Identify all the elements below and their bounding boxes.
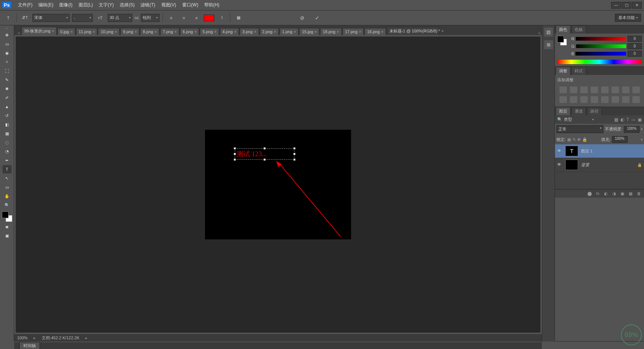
font-size-dropdown[interactable]: 30 点▾: [108, 14, 132, 22]
brush-tool[interactable]: ✐: [3, 94, 12, 102]
character-panel-icon[interactable]: ▦: [233, 13, 244, 23]
font-style-dropdown[interactable]: -▾: [72, 14, 93, 22]
foreground-background-colors[interactable]: [2, 211, 12, 222]
close-icon[interactable]: ×: [155, 30, 157, 34]
toolbox-collapse-icon[interactable]: «: [6, 27, 7, 30]
menu-select[interactable]: 选择(S): [117, 2, 138, 8]
doc-tab[interactable]: 7.png×: [160, 28, 179, 35]
close-icon[interactable]: ×: [442, 29, 444, 33]
delete-layer-icon[interactable]: 🗑: [636, 191, 642, 196]
pen-tool[interactable]: ✒: [3, 156, 12, 164]
tab-channels[interactable]: 通道: [571, 107, 586, 115]
doc-tab[interactable]: 1.png×: [280, 28, 299, 35]
mask-icon[interactable]: ◐: [603, 191, 609, 196]
antialias-dropdown[interactable]: 锐利▾: [141, 14, 160, 22]
visibility-toggle-icon[interactable]: 👁: [557, 162, 562, 167]
opacity-dropdown-icon[interactable]: ▾: [641, 128, 643, 131]
invert-icon[interactable]: [591, 96, 598, 103]
close-icon[interactable]: ×: [214, 30, 217, 34]
status-menu-icon[interactable]: ▸: [85, 336, 88, 340]
selectivecolor-icon[interactable]: [632, 96, 640, 103]
doc-tab-active[interactable]: 未标题-1 @ 100%(RGB/8) *×: [387, 27, 439, 35]
brightness-icon[interactable]: [559, 87, 567, 93]
eraser-tool[interactable]: ◧: [3, 120, 12, 129]
menu-view[interactable]: 视图(V): [158, 2, 179, 8]
doc-tab[interactable]: 2.png×: [260, 28, 279, 35]
filter-smart-icon[interactable]: ▣: [638, 117, 642, 122]
tab-paths[interactable]: 路径: [587, 107, 602, 115]
lasso-tool[interactable]: ◉: [3, 49, 12, 57]
layer-name[interactable]: 背景: [581, 162, 589, 168]
doc-tab[interactable]: 10.png×: [98, 28, 120, 35]
filter-shape-icon[interactable]: ▭: [631, 117, 635, 122]
tab-swatches[interactable]: 色板: [571, 25, 586, 34]
layer-name[interactable]: 图层 1: [581, 148, 593, 154]
hue-icon[interactable]: [612, 87, 619, 93]
close-icon[interactable]: ×: [381, 30, 383, 34]
close-icon[interactable]: ×: [115, 30, 117, 34]
magic-wand-tool[interactable]: ✧: [3, 58, 12, 66]
menu-help[interactable]: 帮助(H): [201, 2, 222, 8]
workspace-switcher[interactable]: 基本功能▾: [615, 14, 641, 22]
quickmask-toggle[interactable]: ◙: [3, 223, 12, 231]
screenmode-toggle[interactable]: ▣: [3, 232, 12, 240]
close-icon[interactable]: ×: [359, 30, 361, 34]
transform-handle[interactable]: [234, 147, 236, 150]
window-minimize-button[interactable]: —: [611, 2, 621, 9]
vibrance-icon[interactable]: [601, 87, 609, 93]
doc-tab[interactable]: 9.png×: [120, 28, 139, 35]
align-left-icon[interactable]: ≡: [166, 13, 176, 23]
menu-filter[interactable]: 滤镜(T): [138, 2, 158, 8]
tab-styles[interactable]: 样式: [571, 67, 586, 75]
filter-kind-label[interactable]: 类型: [564, 117, 572, 122]
healing-brush-tool[interactable]: ✺: [3, 85, 12, 93]
blur-tool[interactable]: ◌: [3, 138, 12, 147]
rectangle-tool[interactable]: ▭: [3, 183, 12, 191]
close-icon[interactable]: ×: [52, 29, 54, 33]
g-slider[interactable]: [576, 44, 626, 48]
font-family-dropdown[interactable]: 宋体▾: [32, 14, 70, 22]
transform-handle[interactable]: [293, 158, 296, 161]
transform-handle[interactable]: [234, 158, 236, 161]
curves-icon[interactable]: [580, 87, 588, 93]
layer-thumbnail[interactable]: T: [565, 146, 578, 156]
hue-strip[interactable]: [557, 60, 642, 64]
properties-panel-icon[interactable]: ⊞: [544, 40, 553, 49]
text-bounding-box[interactable]: 测试 123...: [235, 148, 294, 160]
layer-row[interactable]: 👁 背景 🔒: [555, 158, 644, 172]
document-info[interactable]: 文档:452.2 K/122.2K: [42, 335, 79, 341]
lock-icon[interactable]: 🔒: [637, 163, 642, 167]
doc-tab[interactable]: 5.png×: [200, 28, 219, 35]
transform-handle[interactable]: [263, 147, 266, 150]
close-icon[interactable]: ×: [337, 30, 339, 34]
transform-handle[interactable]: [293, 153, 296, 155]
r-slider[interactable]: [576, 37, 626, 41]
r-value[interactable]: 0: [628, 36, 642, 42]
text-color-swatch[interactable]: [204, 15, 214, 21]
close-icon[interactable]: ×: [315, 30, 317, 34]
g-value[interactable]: 0: [628, 43, 642, 49]
transform-handle[interactable]: [293, 147, 296, 150]
dodge-tool[interactable]: ◔: [3, 147, 12, 155]
doc-tab[interactable]: 16.png×: [364, 28, 386, 35]
lock-all-icon[interactable]: 🔒: [582, 137, 587, 142]
tab-color[interactable]: 颜色: [556, 25, 571, 34]
align-right-icon[interactable]: ≡: [191, 13, 202, 23]
colorlookup-icon[interactable]: [580, 96, 588, 103]
gradientmap-icon[interactable]: [622, 96, 629, 103]
doc-tab[interactable]: 17.png×: [342, 28, 364, 35]
layer-row[interactable]: 👁 T 图层 1: [555, 144, 644, 158]
photofilter-icon[interactable]: [559, 96, 567, 103]
b-value[interactable]: 0: [628, 51, 642, 57]
warp-text-icon[interactable]: ⌇: [217, 13, 227, 23]
doc-tab[interactable]: 11.png×: [76, 28, 98, 35]
close-icon[interactable]: ×: [70, 30, 73, 34]
layer-thumbnail[interactable]: [565, 160, 578, 170]
close-icon[interactable]: ×: [234, 30, 236, 34]
transform-handle[interactable]: [263, 158, 266, 161]
text-orientation-icon[interactable]: ⇵T: [20, 13, 30, 23]
clone-stamp-tool[interactable]: ▲: [3, 103, 12, 111]
exposure-icon[interactable]: [591, 87, 598, 93]
channelmixer-icon[interactable]: [570, 96, 577, 103]
doc-tab[interactable]: 8.png×: [140, 28, 159, 35]
